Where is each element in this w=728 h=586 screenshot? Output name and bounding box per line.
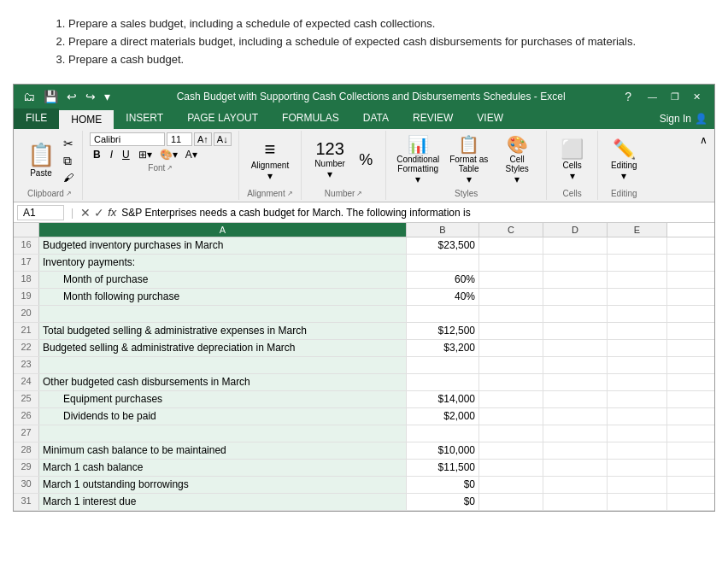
font-expand-icon[interactable]: ↗	[167, 164, 173, 172]
cell-c-21[interactable]	[479, 323, 543, 339]
cell-e-28[interactable]	[608, 442, 667, 459]
row-number[interactable]: 27	[14, 425, 39, 442]
cell-b-17[interactable]	[407, 255, 479, 271]
row-number[interactable]: 26	[14, 408, 39, 425]
tab-view[interactable]: VIEW	[465, 108, 515, 129]
cell-b-20[interactable]	[407, 306, 479, 322]
customize-icon[interactable]: ▾	[102, 90, 113, 103]
cell-d-17[interactable]	[543, 255, 608, 271]
cell-d-26[interactable]	[543, 408, 608, 425]
restore-button[interactable]: ❐	[664, 90, 686, 104]
row-number[interactable]: 18	[14, 272, 39, 288]
undo-icon[interactable]: ↩	[64, 90, 79, 103]
cell-b-29[interactable]: $11,500	[407, 460, 479, 476]
cell-d-20[interactable]	[543, 306, 608, 322]
cell-b-26[interactable]: $2,000	[407, 408, 479, 425]
col-header-e[interactable]: E	[608, 223, 667, 237]
cell-c-18[interactable]	[479, 272, 543, 288]
row-number[interactable]: 20	[14, 306, 39, 322]
row-number[interactable]: 21	[14, 323, 39, 339]
cell-b-18[interactable]: 60%	[407, 272, 479, 288]
cut-button[interactable]: ✂	[62, 136, 75, 151]
cell-d-31[interactable]	[543, 494, 608, 510]
conditional-formatting-button[interactable]: 📊 ConditionalFormatting ▾	[393, 132, 443, 187]
col-header-c[interactable]: C	[479, 223, 543, 237]
row-number[interactable]: 19	[14, 289, 39, 305]
cell-c-24[interactable]	[479, 374, 543, 390]
alignment-button[interactable]: ≡ Alignment ▾	[246, 135, 294, 185]
cell-c-19[interactable]	[479, 289, 543, 305]
confirm-formula-icon[interactable]: ✓	[94, 206, 104, 220]
cell-e-19[interactable]	[608, 289, 667, 305]
cell-c-28[interactable]	[479, 442, 543, 459]
cell-e-22[interactable]	[608, 340, 667, 356]
row-number[interactable]: 16	[14, 237, 39, 254]
cell-a-25[interactable]: Equipment purchases	[39, 391, 407, 407]
cell-a-21[interactable]: Total budgeted selling & administrative …	[39, 323, 407, 339]
font-increase-button[interactable]: A↑	[194, 132, 212, 146]
cell-b-31[interactable]: $0	[407, 494, 479, 510]
cell-e-31[interactable]	[608, 494, 667, 510]
fill-color-button[interactable]: 🎨▾	[157, 148, 180, 161]
editing-button[interactable]: ✏️ Editing ▾	[606, 135, 643, 185]
help-icon[interactable]: ?	[622, 90, 634, 103]
cell-a-16[interactable]: Budgeted inventory purchases in March	[39, 237, 407, 254]
font-color-button[interactable]: A▾	[183, 148, 200, 161]
cell-e-17[interactable]	[608, 255, 667, 271]
cell-styles-button[interactable]: 🎨 CellStyles ▾	[495, 132, 539, 187]
cell-d-22[interactable]	[543, 340, 608, 356]
col-header-b[interactable]: B	[407, 223, 479, 237]
cell-e-18[interactable]	[608, 272, 667, 288]
tab-review[interactable]: REVIEW	[401, 108, 465, 129]
cell-e-21[interactable]	[608, 323, 667, 339]
redo-icon[interactable]: ↪	[83, 90, 98, 103]
row-number[interactable]: 25	[14, 391, 39, 407]
cell-c-26[interactable]	[479, 408, 543, 425]
collapse-ribbon-button[interactable]: ∧	[696, 131, 711, 149]
cell-e-27[interactable]	[608, 425, 667, 442]
cell-b-23[interactable]	[407, 357, 479, 373]
percent-button[interactable]: %	[353, 148, 379, 173]
cell-d-18[interactable]	[543, 272, 608, 288]
close-button[interactable]: ✕	[686, 90, 707, 104]
font-decrease-button[interactable]: A↓	[214, 132, 232, 146]
cells-button[interactable]: ⬜ Cells ▾	[555, 135, 589, 185]
format-as-table-button[interactable]: 📋 Format asTable ▾	[446, 132, 491, 187]
cell-a-19[interactable]: Month following purchase	[39, 289, 407, 305]
cell-c-23[interactable]	[479, 357, 543, 373]
row-number[interactable]: 23	[14, 357, 39, 373]
cell-b-27[interactable]	[407, 425, 479, 442]
cell-c-22[interactable]	[479, 340, 543, 356]
cell-c-25[interactable]	[479, 391, 543, 407]
cell-d-30[interactable]	[543, 477, 608, 493]
cell-c-31[interactable]	[479, 494, 543, 510]
copy-button[interactable]: ⧉	[62, 153, 75, 169]
cell-d-19[interactable]	[543, 289, 608, 305]
row-number[interactable]: 24	[14, 374, 39, 390]
bold-button[interactable]: B	[90, 148, 104, 161]
cell-b-24[interactable]	[407, 374, 479, 390]
cell-c-29[interactable]	[479, 460, 543, 476]
cell-a-29[interactable]: March 1 cash balance	[39, 460, 407, 476]
cell-a-17[interactable]: Inventory payments:	[39, 255, 407, 271]
cell-a-24[interactable]: Other budgeted cash disbursements in Mar…	[39, 374, 407, 390]
cell-reference-box[interactable]	[17, 205, 64, 220]
cell-e-26[interactable]	[608, 408, 667, 425]
cell-a-31[interactable]: March 1 interest due	[39, 494, 407, 510]
cell-a-22[interactable]: Budgeted selling & administrative deprec…	[39, 340, 407, 356]
tab-formulas[interactable]: FORMULAS	[270, 108, 351, 129]
row-number[interactable]: 22	[14, 340, 39, 356]
paste-button[interactable]: 📋 Paste	[24, 140, 58, 179]
cell-c-20[interactable]	[479, 306, 543, 322]
cell-c-17[interactable]	[479, 255, 543, 271]
cell-d-28[interactable]	[543, 442, 608, 459]
tab-home[interactable]: HOME	[59, 108, 114, 129]
cell-e-24[interactable]	[608, 374, 667, 390]
row-number[interactable]: 17	[14, 255, 39, 271]
cell-b-28[interactable]: $10,000	[407, 442, 479, 459]
cell-e-20[interactable]	[608, 306, 667, 322]
cell-a-27[interactable]	[39, 425, 407, 442]
row-number[interactable]: 28	[14, 442, 39, 459]
cell-d-23[interactable]	[543, 357, 608, 373]
cell-b-30[interactable]: $0	[407, 477, 479, 493]
